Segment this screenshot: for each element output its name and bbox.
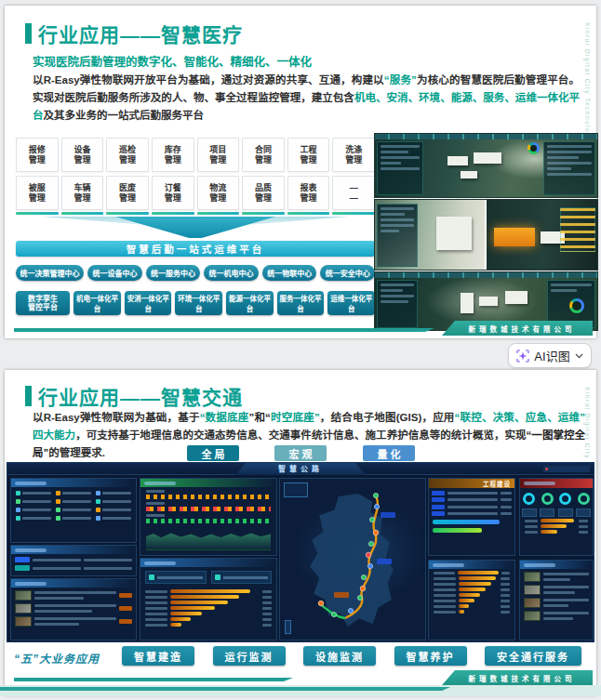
slide-smart-transport: 行业应用——智慧交通 以R-Easy弹性物联网为基础，基于“数据底座”和“时空底… xyxy=(5,370,596,695)
logistics-diagram: 报修管理 设备管理 巡检管理 库存管理 项目管理 合同管理 工程管理 洗涤管理 … xyxy=(16,138,375,315)
area-chart xyxy=(146,527,271,550)
gauge-row xyxy=(520,488,593,505)
business-apps-label: “五”大业务应用 xyxy=(14,650,100,666)
company-ribbon: 新瑞数城技术有限公司 xyxy=(442,670,593,685)
page-title: 行业应用——智慧医疗 xyxy=(38,20,243,47)
platform-button: 机电一体化平台 xyxy=(73,291,121,315)
ai-button-label: AI识图 xyxy=(534,347,569,364)
highlighted-building xyxy=(494,228,535,246)
smart-highway-dashboard: 智慧公路 xyxy=(7,462,594,642)
module-cell: 订餐管理 xyxy=(152,176,194,210)
gauge-ring xyxy=(569,298,584,313)
center-pill: 统一机电中心 xyxy=(204,265,259,281)
biz-button: 安全通行服务 xyxy=(485,646,581,666)
platform-button: 环境一体化平台 xyxy=(175,291,222,315)
route-overlay xyxy=(280,479,427,641)
module-grid-row1: 报修管理 设备管理 巡检管理 库存管理 项目管理 合同管理 工程管理 洗涤管理 xyxy=(16,138,375,172)
module-cell: 合同管理 xyxy=(242,138,285,172)
center-pill: 统一决策管理中心 xyxy=(16,265,84,281)
dashboard-screenshots xyxy=(374,133,598,332)
module-cell: 医废管理 xyxy=(106,176,149,210)
panel-project-construction: 工程建设 xyxy=(428,478,515,556)
biz-button: 智慧建造 xyxy=(122,646,194,666)
panel-route-status xyxy=(10,545,137,576)
panel-safety-management xyxy=(428,560,515,641)
platform-button: 能源一体化平台 xyxy=(226,291,274,315)
platform-button: 服务一体化平台 xyxy=(277,291,325,315)
company-ribbon: 新瑞数城技术有限公司 xyxy=(442,321,593,336)
center-pill: 统一服务中心 xyxy=(146,265,201,281)
panel-road-analysis xyxy=(140,478,277,556)
platform-button: 运维一体化平台 xyxy=(327,291,375,315)
unified-centers-row: 统一决策管理中心 统一设备中心 统一服务中心 统一机电中心 统一物联中心 统一安… xyxy=(16,265,375,281)
biz-button: 设施监测 xyxy=(303,646,376,666)
slide-paragraph: 以R-Easy弹性物联网开放平台为基础，通过对资源的共享、互通，构建以“服务”为… xyxy=(33,72,580,125)
slide-smart-healthcare: 行业应用——智慧医疗 实现医院后勤管理的数字化、智能化、精细化、一体化 以R-E… xyxy=(5,6,596,338)
center-pill: 统一设备中心 xyxy=(87,265,142,281)
module-cell: 报修管理 xyxy=(16,138,59,172)
panel-overview xyxy=(10,478,137,543)
highway-map xyxy=(279,478,426,641)
grid-accent-bars xyxy=(16,212,375,215)
chevron-down-icon[interactable] xyxy=(575,353,583,359)
module-cell: 巡检管理 xyxy=(106,138,149,172)
module-cell: 项目管理 xyxy=(197,138,240,172)
module-cell: —— xyxy=(332,176,375,210)
module-cell: 报表管理 xyxy=(287,176,330,210)
ai-sparkle-icon xyxy=(516,350,529,363)
footer-line xyxy=(14,678,293,681)
business-buttons-row: 智慧建造 运行监测 设施监测 智慧养护 安全通行服务 xyxy=(122,646,581,666)
center-pill: 统一物联中心 xyxy=(262,265,317,281)
page-title: 行业应用——智慧交通 xyxy=(38,382,243,410)
module-grid-row2: 被服管理 车辆管理 医废管理 订餐管理 物流管理 品质管理 报表管理 —— xyxy=(16,176,375,210)
panel-road-events xyxy=(519,478,594,556)
panel-maintenance-stats xyxy=(140,558,277,641)
module-cell: 车辆管理 xyxy=(61,176,104,210)
panel-event-list xyxy=(10,578,137,641)
biz-button: 运行监测 xyxy=(213,646,286,666)
bar-chart-overlay xyxy=(560,207,595,252)
screenshot-hospital-aerial xyxy=(374,133,598,198)
platform-button: 安消一体化平台 xyxy=(125,291,172,315)
module-cell: 设备管理 xyxy=(61,138,104,172)
module-cell: 物流管理 xyxy=(197,176,240,210)
screenshot-building-model xyxy=(374,199,598,271)
panel-event-photos xyxy=(519,560,594,641)
module-cell: 洗涤管理 xyxy=(332,138,375,172)
gauge-ring xyxy=(528,142,540,154)
platforms-row: 数字孪生管控平台 机电一体化平台 安消一体化平台 环境一体化平台 能源一体化平台… xyxy=(16,291,375,315)
module-cell: 工程管理 xyxy=(287,138,330,172)
module-cell: 被服管理 xyxy=(16,176,59,210)
platform-banner: 智慧后勤一站式运维平台 xyxy=(16,241,375,257)
dashboard-datetime-chip xyxy=(543,466,590,472)
dashboard-title: 智慧公路 xyxy=(235,463,366,475)
view-button-quantify: 量 化 xyxy=(363,445,415,461)
view-button-global: 全 局 xyxy=(187,445,239,461)
biz-button: 智慧养护 xyxy=(394,646,467,666)
module-cell: 品质管理 xyxy=(242,176,285,210)
center-pill: 统一安全中心 xyxy=(320,265,375,281)
title-accent-bar xyxy=(25,386,32,406)
title-accent-bar xyxy=(25,23,32,44)
funnel-shape xyxy=(16,217,375,240)
footer-line xyxy=(14,328,434,332)
platform-button: 数字孪生管控平台 xyxy=(16,291,70,315)
ai-recognize-button[interactable]: AI识图 xyxy=(508,343,592,368)
next-slide-edge-band xyxy=(0,685,601,696)
slide-subtitle: 实现医院后勤管理的数字化、智能化、精细化、一体化 xyxy=(33,52,312,70)
module-cell: 库存管理 xyxy=(152,138,194,172)
view-button-macro: 宏 观 xyxy=(274,445,327,461)
